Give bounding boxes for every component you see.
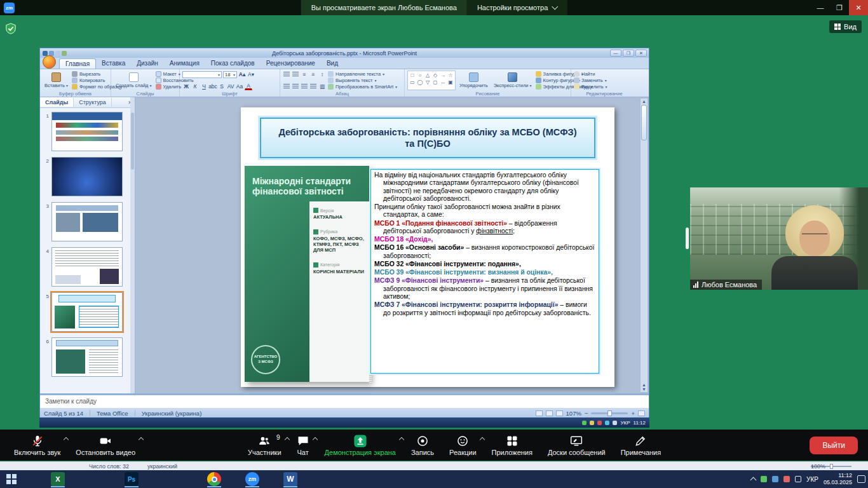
toolbar-mic-off[interactable]: Включить звук (6, 431, 68, 458)
ppt-tab-7[interactable]: Вид (321, 58, 344, 69)
replace-button[interactable]: Заменить ▾ (574, 78, 635, 83)
prev-slide-icon[interactable]: ▲ (642, 383, 646, 387)
paste-button[interactable]: Вставить ▾ (43, 71, 70, 90)
ppt-close-button[interactable]: ✕ (635, 50, 647, 57)
toolbar-reactions[interactable]: Реакции (442, 431, 484, 458)
slide-sorter-button[interactable] (546, 410, 553, 416)
new-slide-button[interactable]: Создать слайд ▾ (114, 71, 154, 90)
toolbar-chat[interactable]: Чат (289, 431, 317, 458)
taskbar-language[interactable]: УКР (806, 476, 818, 483)
pane-scrollbar[interactable] (130, 97, 135, 393)
taskbar-clock[interactable]: 11:12 05.03.2025 (824, 472, 852, 487)
quick-styles-button[interactable]: Экспресс-стили ▾ (492, 71, 534, 90)
normal-view-button[interactable] (536, 410, 543, 416)
toolbar-whiteboard[interactable]: Доски сообщений (540, 431, 613, 458)
zoom-out-icon[interactable]: − (585, 410, 588, 417)
grow-font-button[interactable]: A▴ (238, 71, 246, 78)
speaker-icon[interactable] (613, 421, 617, 425)
shapes-gallery[interactable]: □○△◇→☆ ▭◯▽◻↔▣ (407, 71, 456, 90)
word-language[interactable]: украинский (147, 463, 177, 470)
language-status[interactable]: Украинский (украина) (142, 410, 202, 417)
start-button[interactable] (6, 474, 17, 484)
ppt-tab-4[interactable]: Анимация (164, 58, 205, 69)
toolbar-share[interactable]: Демонстрация экрана (317, 431, 403, 458)
bold-button[interactable]: Ж (182, 83, 190, 90)
arrange-button[interactable]: Упорядочить (458, 71, 490, 90)
chevron-up-icon[interactable] (139, 437, 144, 442)
slide-title[interactable]: Дебіторська заборгованість: порівняння о… (260, 118, 595, 158)
tray-expand-icon[interactable] (750, 477, 757, 484)
notes-pane[interactable]: Заметки к слайду (40, 393, 649, 408)
slide-text-box[interactable]: На відміну від національних стандартів б… (370, 169, 599, 374)
leave-meeting-button[interactable]: Выйти (810, 437, 858, 454)
indent-increase-button[interactable]: ≡ (309, 71, 317, 78)
slide-thumbnail-6[interactable]: 6 (44, 337, 128, 377)
tray-icon[interactable] (597, 421, 602, 425)
word-icon[interactable]: W (283, 472, 297, 486)
next-slide-icon[interactable]: ▼ (642, 387, 646, 391)
zoom-in-icon[interactable]: + (631, 410, 635, 417)
slide-canvas[interactable]: Дебіторська заборгованість: порівняння о… (241, 107, 614, 387)
vertical-scrollbar[interactable]: ▲ ▲ ▼ (640, 98, 648, 393)
slide-thumbnail-1[interactable]: 1 (44, 112, 128, 151)
find-button[interactable]: Найти (574, 71, 635, 77)
toolbar-record[interactable]: Запись (403, 431, 442, 458)
ppt-tab-1[interactable]: Главная (59, 58, 96, 69)
italic-button[interactable]: К (191, 83, 199, 90)
columns-button[interactable]: ▥ (318, 83, 326, 90)
numbering-button[interactable] (292, 71, 299, 78)
photoshop-icon[interactable]: Ps (125, 472, 139, 486)
tab-slides[interactable]: Слайды (40, 98, 74, 107)
redo-icon[interactable] (55, 51, 60, 56)
chrome-icon[interactable] (207, 472, 221, 486)
restore-button[interactable]: ❐ (830, 0, 849, 15)
slide-thumbnail-2[interactable]: 2 (44, 157, 128, 196)
indent-decrease-button[interactable]: ≡ (301, 71, 308, 78)
ppt-tab-5[interactable]: Показ слайдов (205, 58, 261, 69)
tray-icon[interactable] (761, 476, 767, 482)
ppt-tab-3[interactable]: Дизайн (131, 58, 164, 69)
align-right-button[interactable] (301, 83, 308, 90)
ppt-minimize-button[interactable]: — (610, 50, 621, 57)
slide-thumbnail-5-current[interactable]: 5 (44, 292, 128, 332)
presenter-language[interactable]: УКР (620, 420, 630, 426)
align-left-button[interactable] (283, 83, 290, 90)
tray-icon[interactable] (590, 421, 594, 425)
scrollbar-thumb[interactable] (641, 105, 647, 140)
notification-center-icon[interactable] (857, 475, 865, 483)
toolbar-participants[interactable]: 9Участники (240, 431, 289, 458)
slideshow-icon[interactable] (62, 51, 67, 56)
office-button[interactable] (43, 55, 56, 69)
convert-smartart-button[interactable]: Преобразовать в SmartArt ▾ (328, 84, 397, 90)
close-button[interactable]: ✕ (849, 0, 868, 15)
slide-thumbnail-3[interactable]: 3 (44, 202, 128, 241)
toolbar-camera[interactable]: Остановить видео (68, 431, 143, 458)
zoom-app-icon[interactable]: zm (245, 472, 259, 486)
zoom-view-button[interactable]: Вид (829, 20, 862, 33)
tray-icon[interactable] (582, 421, 587, 425)
tray-icon[interactable] (783, 476, 790, 482)
line-spacing-button[interactable]: ↕ (318, 71, 326, 78)
text-direction-button[interactable]: Направление текста ▾ (328, 71, 397, 77)
justify-button[interactable] (309, 83, 317, 90)
align-text-button[interactable]: Выровнять текст ▾ (328, 78, 397, 83)
word-count[interactable]: Число слов: 32 (89, 463, 129, 470)
ppt-tab-6[interactable]: Рецензирование (261, 58, 321, 69)
save-icon[interactable] (43, 51, 48, 56)
slideshow-view-button[interactable] (556, 410, 563, 416)
font-name-select[interactable]: ▾ (182, 71, 222, 78)
tab-outline[interactable]: Структура (74, 98, 112, 107)
select-button[interactable]: Выделить ▾ (574, 84, 635, 90)
font-size-select[interactable]: 18▾ (223, 71, 237, 78)
toolbar-apps[interactable]: Приложения (484, 431, 540, 458)
excel-icon[interactable]: X (51, 472, 65, 486)
quick-access-toolbar[interactable] (43, 51, 67, 56)
scroll-up-icon[interactable]: ▲ (642, 99, 646, 104)
zoom-slider[interactable] (591, 412, 628, 414)
view-settings-menu[interactable]: Настройки просмотра (467, 0, 567, 15)
bullets-button[interactable] (283, 71, 290, 78)
slide-thumbnail-4[interactable]: 4 (44, 247, 128, 287)
ppt-title-bar[interactable]: Дебіторська заборгованість.pptx - Micros… (40, 48, 649, 58)
minimize-button[interactable]: — (811, 0, 830, 15)
ppt-restore-button[interactable]: ❐ (623, 50, 634, 57)
